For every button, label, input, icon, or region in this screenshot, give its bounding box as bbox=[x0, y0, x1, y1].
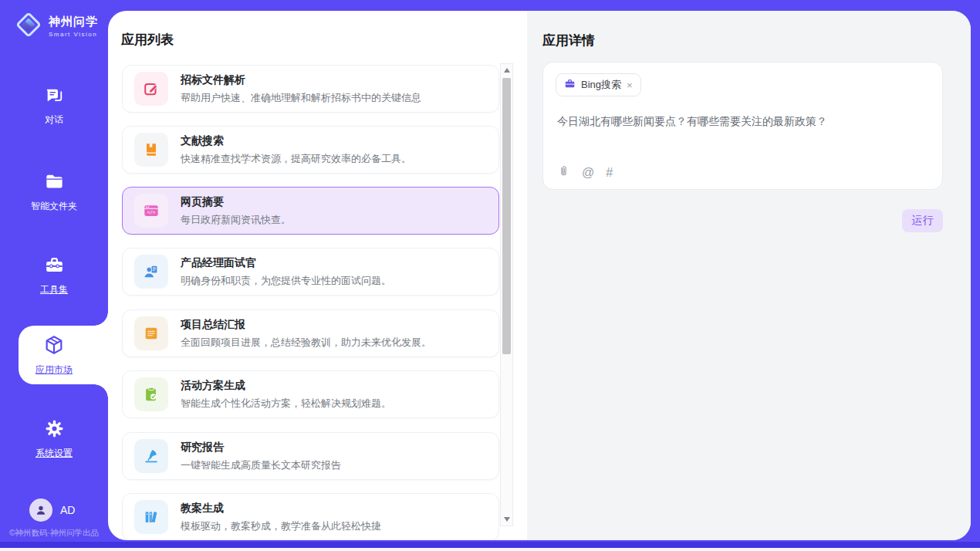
sidebar-item-label: 对话 bbox=[45, 113, 63, 127]
app-card-description: 帮助用户快速、准确地理解和解析招标书中的关键信息 bbox=[181, 91, 421, 105]
app-card-web-summary[interactable]: </> 网页摘要 每日政府新闻资讯快查。 bbox=[122, 187, 499, 235]
sidebar-item-smart-folder[interactable]: 智能文件夹 bbox=[0, 171, 108, 213]
app-card-title: 文献搜索 bbox=[181, 134, 411, 148]
chat-icon bbox=[44, 85, 65, 109]
at-icon[interactable]: @ bbox=[582, 166, 594, 180]
app-card-lesson-plan[interactable]: 教案生成 模板驱动，教案秒成，教学准备从此轻松快捷 bbox=[122, 493, 499, 540]
avatar[interactable] bbox=[29, 499, 52, 522]
ink-pen-icon bbox=[134, 439, 168, 473]
sidebar-item-label: 工具集 bbox=[40, 283, 68, 296]
app-card-title: 活动方案生成 bbox=[181, 379, 391, 393]
app-card-title: 教案生成 bbox=[181, 502, 381, 516]
sidebar-item-toolkit[interactable]: 工具集 bbox=[0, 255, 108, 296]
brand-subtitle: Smart Vision bbox=[49, 31, 98, 38]
interviewer-icon bbox=[134, 255, 168, 289]
hash-icon[interactable]: # bbox=[606, 166, 613, 180]
folder-icon bbox=[44, 171, 65, 195]
paperclip-icon[interactable] bbox=[557, 164, 570, 181]
prompt-toolbar: @ # bbox=[557, 164, 613, 181]
cube-icon bbox=[43, 334, 65, 359]
app-card-title: 研究报告 bbox=[181, 441, 341, 455]
user-name: AD bbox=[60, 504, 75, 516]
tool-chip-label: Bing搜索 bbox=[581, 78, 621, 92]
bottom-band bbox=[0, 542, 980, 548]
gear-icon bbox=[44, 418, 65, 442]
bottom-edge bbox=[0, 548, 980, 551]
app-card-event-plan[interactable]: 活动方案生成 智能生成个性化活动方案，轻松解决规划难题。 bbox=[122, 370, 499, 418]
app-card-project-summary[interactable]: 项目总结汇报 全面回顾项目进展，总结经验教训，助力未来优化发展。 bbox=[122, 309, 499, 357]
app-card-description: 模板驱动，教案秒成，教学准备从此轻松快捷 bbox=[181, 519, 381, 533]
briefcase-icon bbox=[564, 78, 576, 93]
clipboard-check-icon bbox=[134, 377, 168, 411]
app-card-description: 每日政府新闻资讯快查。 bbox=[181, 213, 291, 227]
brand-name: 神州问学 bbox=[49, 15, 98, 29]
person-icon bbox=[34, 503, 48, 517]
user-account[interactable]: AD bbox=[0, 499, 108, 522]
scroll-down-arrow-icon[interactable] bbox=[501, 513, 512, 526]
app-card-research-report[interactable]: 研究报告 一键智能生成高质量长文本研究报告 bbox=[122, 432, 499, 480]
sidebar-item-label: 系统设置 bbox=[35, 447, 73, 460]
app-card-pm-interviewer[interactable]: 产品经理面试官 明确身份和职责，为您提供专业性的面试问题。 bbox=[122, 248, 499, 296]
close-icon[interactable]: × bbox=[627, 80, 633, 90]
tool-chip-bing-search[interactable]: Bing搜索 × bbox=[556, 73, 641, 96]
prompt-input[interactable]: 今日湖北有哪些新闻要点？有哪些需要关注的最新政策？ bbox=[557, 115, 928, 129]
sidebar-item-settings[interactable]: 系统设置 bbox=[0, 418, 108, 460]
app-card-description: 明确身份和职责，为您提供专业性的面试问题。 bbox=[181, 274, 391, 288]
app-card-literature-search[interactable]: 文献搜索 快速精准查找学术资源，提高研究效率的必备工具。 bbox=[122, 126, 499, 174]
app-card-description: 智能生成个性化活动方案，轻松解决规划难题。 bbox=[181, 397, 391, 411]
app-list-scrollbar[interactable] bbox=[500, 63, 513, 526]
app-card-title: 招标文件解析 bbox=[181, 73, 421, 87]
run-button[interactable]: 运行 bbox=[902, 209, 943, 232]
sidebar-item-label: 智能文件夹 bbox=[31, 200, 77, 213]
app-card-description: 快速精准查找学术资源，提高研究效率的必备工具。 bbox=[181, 152, 411, 166]
toolbox-icon bbox=[44, 255, 65, 279]
brand-diamond-icon bbox=[14, 10, 43, 42]
svg-text:</>: </> bbox=[147, 209, 156, 215]
sidebar-bubble-curve-top bbox=[94, 312, 108, 326]
browser-code-icon: </> bbox=[134, 194, 168, 228]
app-detail-panel: 应用详情 Bing搜索 × 今日湖北有哪些新闻要点？有哪些需要关注的最新政策？ bbox=[527, 11, 971, 540]
sidebar-item-label: 应用市场 bbox=[35, 363, 73, 377]
app-list-title: 应用列表 bbox=[121, 31, 174, 49]
note-icon bbox=[134, 316, 168, 350]
app-card-title: 产品经理面试官 bbox=[181, 256, 391, 270]
main-panel: 应用列表 招标文件解析 帮助用户快速、准确地理解和解析招标书中的关键信息 bbox=[108, 11, 971, 540]
app-card-description: 全面回顾项目进展，总结经验教训，助力未来优化发展。 bbox=[181, 336, 431, 350]
scroll-up-arrow-icon[interactable] bbox=[501, 64, 512, 76]
brand-text: 神州问学 Smart Vision bbox=[49, 15, 98, 38]
app-card-description: 一键智能生成高质量长文本研究报告 bbox=[181, 458, 341, 472]
app-card-bid-parsing[interactable]: 招标文件解析 帮助用户快速、准确地理解和解析招标书中的关键信息 bbox=[122, 65, 499, 113]
app-card-title: 项目总结汇报 bbox=[181, 318, 431, 332]
scrollbar-thumb[interactable] bbox=[502, 78, 511, 354]
prompt-card: Bing搜索 × 今日湖北有哪些新闻要点？有哪些需要关注的最新政策？ @ # bbox=[542, 62, 943, 190]
book-icon bbox=[134, 133, 168, 167]
app-detail-title: 应用详情 bbox=[542, 32, 595, 49]
sidebar: 神州问学 Smart Vision 对话 智能文件夹 bbox=[0, 0, 108, 551]
sidebar-bubble-curve-bottom bbox=[94, 384, 108, 398]
sidebar-item-chat[interactable]: 对话 bbox=[0, 85, 108, 127]
books-icon bbox=[134, 500, 168, 534]
app-card-title: 网页摘要 bbox=[181, 195, 291, 209]
copyright-text: ©神州数码·神州问学出品 bbox=[0, 528, 108, 539]
pen-square-icon bbox=[134, 72, 168, 106]
brand-logo: 神州问学 Smart Vision bbox=[14, 10, 98, 42]
sidebar-item-app-market[interactable]: 应用市场 bbox=[0, 334, 108, 377]
